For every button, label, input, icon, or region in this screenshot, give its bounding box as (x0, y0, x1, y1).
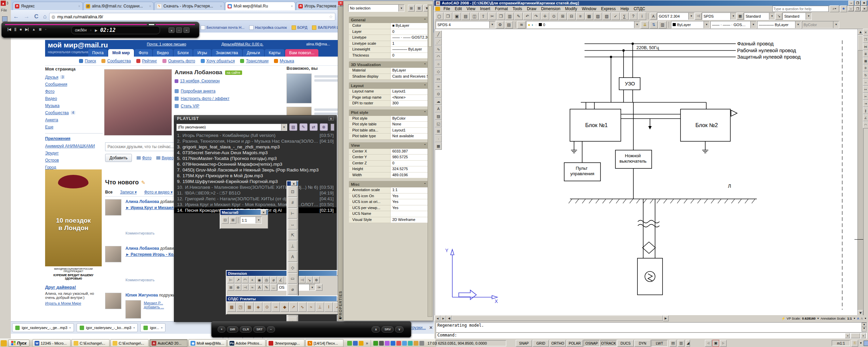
transport-button[interactable]: ◦ (45, 27, 46, 31)
playlist-track[interactable]: 6. 079Неонмастер-Осенний Марафон(remix).… (174, 161, 336, 167)
cmd-right-arrow[interactable]: ► (861, 333, 866, 338)
bookmark-item[interactable]: БОРД (292, 25, 308, 30)
spds-scale-combo[interactable]: SPDS 4▼ (436, 21, 495, 28)
property-row[interactable]: Linetype —— · —— GOST2.30... (349, 35, 428, 41)
tab-close-icon[interactable]: × (78, 4, 80, 8)
status-toggle[interactable]: GRID (533, 340, 549, 347)
seek-bar[interactable] (156, 24, 195, 25)
doc-minimize-button[interactable]: – (848, 6, 854, 11)
layer-previous-icon[interactable]: ⇅ (650, 21, 658, 28)
friend-play-link[interactable]: Играть в Моем Мире (45, 301, 103, 305)
property-value[interactable]: 300 (390, 101, 428, 107)
property-row[interactable]: DPI to raster 300 (349, 101, 428, 107)
strip-tool-icon[interactable]: ⊢ (288, 208, 297, 219)
property-value[interactable]: None (390, 122, 428, 128)
playlist-tool-icon[interactable]: ✎ (299, 123, 308, 131)
tab-left-icon[interactable]: ◂ (435, 315, 440, 321)
profile-name[interactable]: Алина Лобанова (175, 69, 222, 76)
lock-icon[interactable]: ⚿ (851, 340, 858, 347)
tab-right-icon[interactable]: ▸ (440, 315, 446, 321)
property-value[interactable]: Yes (390, 205, 428, 211)
scale-xn-icon[interactable]: ⊞ (230, 217, 236, 224)
prev-viewport-icon[interactable]: ◁ (705, 340, 712, 347)
playlist-track[interactable]: 1. Игорь Растеряев - Комбайнеры (full ve… (174, 132, 336, 138)
sidebar-item[interactable]: Музыка (45, 102, 103, 109)
playlist-action-button[interactable]: + (218, 326, 225, 332)
cmd-scroll-down[interactable]: ▼ (862, 327, 867, 332)
browser-tab[interactable]: ◉ Мой мир@Mail.Ru × (225, 2, 295, 10)
feed-photo-thumb[interactable] (125, 300, 141, 319)
profile-link[interactable]: Настроить фото / эффект (175, 95, 230, 102)
mailru-tab[interactable]: Знакомства (212, 49, 242, 57)
property-row[interactable]: Linetype scale 1 (349, 41, 428, 47)
strip-tool-icon[interactable]: ⇱ (288, 230, 297, 240)
mailru-tab[interactable]: Вам повезл... (285, 49, 318, 57)
mailru-tab[interactable]: Блоги (174, 49, 193, 57)
playlist-track[interactable]: 11. !B0A □8E09;>2 - □57 B51O [04:19] (174, 190, 336, 196)
standard-tool-icon[interactable]: ↷ (532, 13, 540, 20)
playlist-track[interactable]: 9. 159М.Шуфутинский-Еврейский Портной.mp… (174, 179, 336, 184)
palette-tool-icon[interactable]: ⊠ (416, 5, 422, 12)
menu-item[interactable]: View (464, 6, 478, 12)
user-email[interactable]: alina.l9@ma... (306, 42, 342, 46)
property-value[interactable]: Not available (390, 134, 428, 140)
annotation-visibility-icon[interactable]: A (857, 317, 859, 320)
dim-style-icon[interactable]: ⊣ (695, 13, 702, 20)
reload-button[interactable]: C (34, 13, 38, 20)
property-value[interactable]: ByLayer (390, 68, 428, 74)
menu-item[interactable]: СПДС (631, 6, 648, 12)
subnav-item[interactable]: Трансляции (240, 59, 268, 63)
url-bar[interactable]: ◍ my.mail.ru/mail/alina.l9/ ☆ (49, 13, 335, 21)
mailru-tab[interactable]: Почта (88, 49, 107, 57)
property-row[interactable]: UCS Name (349, 211, 428, 217)
mailru-logo[interactable]: мой мир@mail.ru (48, 41, 108, 49)
hscroll-right-arrow[interactable]: ► (663, 315, 669, 321)
doc-restore-button[interactable]: ❐ (855, 6, 861, 11)
spds-tool-icon[interactable]: ◆ (280, 302, 289, 312)
vp-scale-value[interactable]: 0.628160 (802, 317, 816, 320)
property-value[interactable]: 324.5275 (390, 166, 428, 172)
masshtab-titlebar[interactable]: Масштаб × (220, 210, 268, 215)
collapse-icon[interactable]: ⌃ (423, 111, 426, 114)
taskbar-button[interactable]: Электрогидр... (267, 339, 304, 347)
standard-tool-icon[interactable]: ⊞ (558, 13, 567, 20)
hscroll-left-arrow[interactable]: ◄ (446, 315, 452, 321)
property-row[interactable]: Center Y 980.5725 (349, 155, 428, 161)
dimension-tool-icon[interactable]: ✎ (263, 284, 270, 291)
standard-tool-icon[interactable]: ✛ (541, 13, 549, 20)
modify-tool-icon[interactable]: ↦ (863, 86, 868, 93)
property-row[interactable]: Visual Style 2D Wireframe (349, 217, 428, 223)
menu-item[interactable]: Tools (510, 6, 525, 12)
help-question-input[interactable] (772, 6, 829, 12)
restore-button[interactable]: ❐ (855, 1, 861, 6)
close-icon[interactable]: x (291, 181, 297, 186)
menu-item[interactable]: Window (579, 6, 599, 12)
property-row[interactable]: Plot style table None (349, 122, 428, 128)
spds-tool-icon[interactable]: ◈ (254, 302, 262, 312)
paper-space-icon[interactable]: ▥ (678, 340, 685, 347)
standard-tool-icon[interactable]: ◫ (470, 13, 479, 20)
modify-tool-icon[interactable]: ↻ (863, 72, 868, 79)
standard-tool-icon[interactable]: ▥ (506, 13, 514, 20)
feed-photo-thumb[interactable] (125, 211, 140, 229)
dimension-tool-icon[interactable]: A (256, 284, 263, 291)
playlist-tool-icon[interactable]: ⊗ (320, 123, 328, 131)
status-toggle[interactable]: DUCS (617, 340, 634, 347)
property-value[interactable]: —— · —— GOST2.30... (390, 35, 428, 41)
bookmark-item[interactable]: Настройка ссылок (249, 25, 287, 30)
playlist-track[interactable]: 2. Разина, Технология, Нэнси и др - Музы… (174, 138, 336, 144)
download-chip[interactable]: igor... ▾ (140, 323, 165, 332)
property-value[interactable]: 2D Wireframe (390, 217, 428, 223)
property-row[interactable]: Layer 0 (349, 29, 428, 35)
taskbar-button[interactable]: ϟ [14/14] Песн... (305, 339, 343, 347)
modify-tool-icon[interactable]: ✛ (863, 64, 868, 72)
palette-section-header[interactable]: Misc⌃ (349, 181, 428, 187)
playlist-track[interactable]: 8. 175М.Круг-Приходите в Мой Дом.mp3 (174, 173, 336, 179)
palette-scrollbar[interactable] (428, 4, 432, 317)
property-row[interactable]: UCS per viewp... Yes (349, 205, 428, 211)
mailru-tab[interactable]: Мой мир (108, 49, 134, 57)
dimension-tool-icon[interactable]: + (249, 277, 256, 283)
property-value[interactable]: ———— ByLayer (390, 47, 428, 53)
standard-tool-icon[interactable]: ▢ (435, 13, 443, 20)
tab-close-icon[interactable]: × (291, 4, 293, 8)
